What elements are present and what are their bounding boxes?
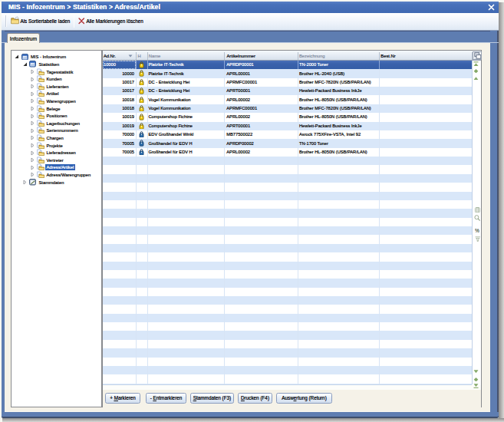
- svg-text:%: %: [475, 228, 479, 232]
